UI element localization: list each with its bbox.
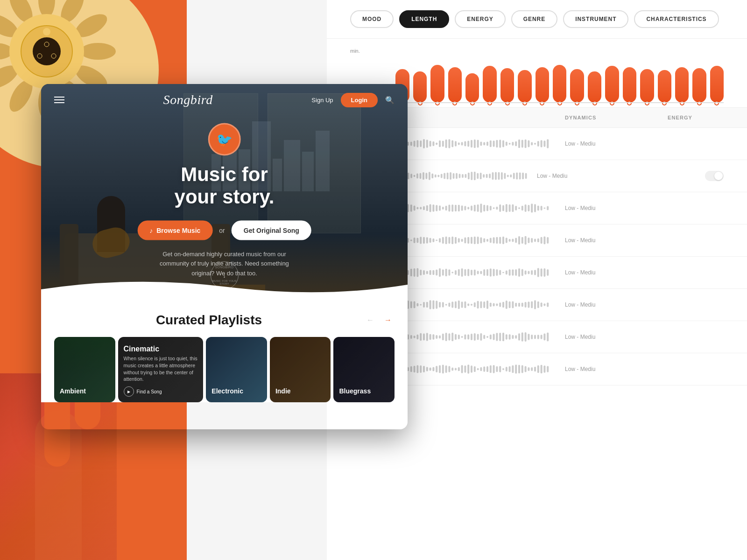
bar-dot-2 [418, 101, 423, 105]
svg-rect-70 [521, 140, 523, 147]
svg-rect-232 [464, 237, 466, 243]
chart-bar-10[interactable] [553, 65, 566, 103]
chart-bar-2[interactable] [413, 71, 427, 103]
menu-icon[interactable] [54, 97, 64, 103]
bar-dot-17 [680, 101, 684, 105]
login-button[interactable]: Login [341, 93, 378, 107]
hero-content: 🐦 Music for your story. ♪ Browse Music o… [137, 123, 311, 279]
svg-rect-430 [521, 332, 523, 341]
svg-rect-292 [464, 269, 466, 276]
playlist-prev-button[interactable]: ← [364, 316, 377, 324]
chart-bar-16[interactable] [658, 70, 671, 103]
svg-rect-486 [509, 366, 511, 372]
tab-genre[interactable]: GENRE [511, 10, 557, 28]
svg-rect-217 [416, 238, 418, 243]
svg-rect-38 [420, 140, 422, 147]
chart-bar-12[interactable] [588, 71, 601, 103]
track-toggle-1[interactable] [705, 171, 724, 181]
tab-instrument[interactable]: INSTRUMENT [563, 10, 628, 28]
svg-rect-414 [471, 334, 472, 340]
playlist-card-ambient[interactable]: Ambient [54, 337, 115, 402]
chart-bar-3[interactable] [430, 65, 444, 103]
svg-rect-288 [451, 272, 453, 273]
playlist-card-indie[interactable]: Indie [270, 337, 331, 402]
svg-rect-194 [534, 204, 536, 212]
svg-rect-305 [506, 270, 507, 274]
svg-rect-368 [515, 303, 517, 307]
svg-rect-469 [455, 368, 457, 370]
chart-bar-17[interactable] [675, 67, 689, 103]
chart-bar-15[interactable] [640, 69, 654, 103]
card-content-bluegrass: Bluegrass [333, 337, 395, 402]
svg-rect-57 [480, 141, 482, 146]
svg-point-14 [33, 37, 61, 65]
chart-bar-14[interactable] [623, 67, 636, 103]
svg-rect-125 [489, 174, 491, 178]
svg-rect-74 [534, 143, 536, 145]
playlist-card-bluegrass[interactable]: Bluegrass [333, 337, 395, 402]
chart-bar-19[interactable] [710, 66, 724, 103]
svg-rect-174 [471, 206, 472, 211]
playlist-card-electronic[interactable]: Electronic [206, 337, 267, 402]
chart-bar-11[interactable] [570, 69, 584, 103]
playlists-title: Curated Playlists [54, 313, 364, 328]
svg-rect-177 [480, 203, 482, 213]
tab-characteristics[interactable]: CHARACTERISTICS [634, 10, 719, 28]
svg-rect-185 [506, 204, 507, 212]
nav-right: Sign Up Login 🔍 [311, 93, 395, 107]
svg-rect-302 [496, 269, 498, 276]
svg-rect-77 [543, 140, 545, 147]
chart-bar-13[interactable] [605, 66, 619, 103]
svg-rect-336 [414, 301, 416, 308]
tab-mood[interactable]: MOOD [350, 10, 394, 28]
svg-rect-156 [414, 206, 416, 211]
svg-rect-483 [499, 366, 501, 372]
chart-bar-18[interactable] [692, 68, 706, 103]
svg-rect-222 [432, 238, 434, 242]
get-original-song-button[interactable]: Get Original Song [232, 220, 311, 240]
tab-energy[interactable]: ENERGY [455, 10, 505, 28]
svg-rect-226 [445, 237, 447, 245]
svg-rect-56 [477, 140, 479, 148]
svg-rect-44 [439, 140, 441, 147]
svg-rect-432 [528, 334, 529, 340]
playlist-card-cinematic[interactable]: Cinematic When silence is just too quiet… [118, 337, 204, 402]
svg-rect-216 [414, 238, 416, 243]
svg-rect-369 [518, 303, 520, 307]
svg-rect-289 [455, 270, 457, 275]
svg-rect-112 [450, 172, 451, 180]
svg-rect-316 [541, 268, 543, 277]
svg-rect-160 [426, 205, 428, 211]
svg-rect-415 [474, 333, 476, 341]
chart-bar-8[interactable] [518, 70, 531, 103]
svg-rect-65 [506, 141, 507, 146]
card-content-cinematic: Cinematic When silence is just too quiet… [118, 337, 204, 402]
bar-dot-12 [592, 101, 597, 105]
svg-rect-411 [461, 336, 463, 338]
signup-button[interactable]: Sign Up [311, 97, 333, 104]
svg-rect-400 [426, 333, 428, 341]
playlist-next-button[interactable]: → [381, 316, 395, 324]
svg-rect-463 [436, 366, 437, 372]
chart-bar-4[interactable] [448, 67, 462, 103]
browse-music-button[interactable]: ♪ Browse Music [137, 220, 212, 240]
chart-bar-7[interactable] [500, 68, 514, 103]
find-song-button[interactable]: ▶ Find a Song [124, 386, 198, 397]
svg-rect-423 [499, 333, 501, 341]
chart-bar-5[interactable] [465, 73, 479, 103]
svg-rect-62 [496, 140, 498, 148]
tab-length[interactable]: LENGTH [399, 10, 449, 28]
svg-rect-435 [537, 335, 539, 339]
svg-rect-282 [432, 270, 434, 275]
chart-bar-9[interactable] [536, 67, 549, 103]
svg-rect-425 [506, 334, 507, 339]
svg-rect-307 [512, 269, 514, 276]
bar-dot-6 [487, 101, 492, 105]
svg-rect-426 [509, 334, 511, 340]
svg-rect-133 [513, 173, 515, 179]
svg-rect-464 [439, 365, 441, 373]
svg-rect-338 [420, 304, 422, 305]
search-icon[interactable]: 🔍 [385, 96, 395, 105]
chart-bar-6[interactable] [483, 66, 496, 103]
svg-rect-297 [480, 271, 482, 274]
